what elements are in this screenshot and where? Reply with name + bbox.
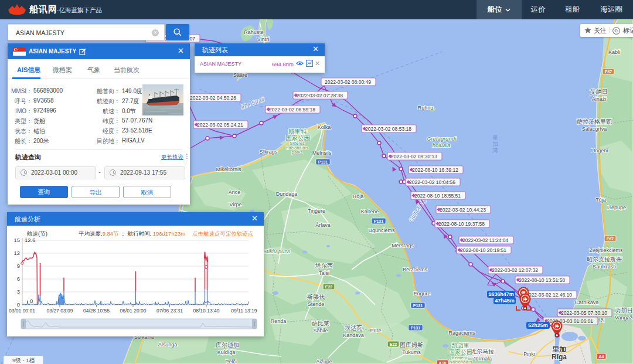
svg-text:尤尔马拉: 尤尔马拉 [471, 348, 494, 355]
svg-text:Kuldīga: Kuldīga [217, 349, 236, 355]
svg-text:Talsi: Talsi [319, 270, 329, 276]
svg-text:03/01 00:01: 03/01 00:01 [9, 308, 35, 314]
svg-text:2022-03-02 10:44:23: 2022-03-02 10:44:23 [440, 207, 486, 213]
svg-text:2022-08-10 13:51:58: 2022-08-10 13:51:58 [519, 277, 565, 283]
svg-text:Vintri: Vintri [257, 36, 269, 42]
svg-text:2022-08-10 18:55:51: 2022-08-10 18:55:51 [414, 193, 461, 199]
svg-text:斯滕代: 斯滕代 [307, 294, 325, 300]
svg-text:万加日: 万加日 [615, 307, 633, 314]
svg-text:Dundaga: Dundaga [276, 191, 298, 197]
svg-text:Mērsrags: Mērsrags [392, 243, 414, 249]
svg-text:塔尔西: 塔尔西 [315, 263, 333, 269]
svg-text:Kolka: Kolka [318, 124, 331, 130]
svg-text:Sīkrags: Sīkrags [260, 149, 278, 155]
svg-text:2022-03-02 05:24:21: 2022-03-02 05:24:21 [197, 122, 243, 128]
svg-text:hoiuala: hoiuala [433, 142, 451, 148]
svg-text:Ungeni: Ungeni [591, 148, 608, 154]
svg-text:Pelči: Pelči [225, 359, 237, 364]
svg-text:Ruhnu: Ruhnu [418, 105, 434, 111]
svg-text:Engure: Engure [413, 291, 430, 297]
svg-text:A10: A10 [439, 361, 447, 364]
svg-text:0: 0 [17, 301, 20, 308]
svg-text:Stende: Stende [308, 301, 325, 307]
svg-text:2022-03-02 10:04:56: 2022-03-02 10:04:56 [409, 179, 455, 185]
svg-text:2022-08-10 16:39:12: 2022-08-10 16:39:12 [412, 167, 458, 173]
svg-text:Virpe: Virpe [230, 202, 242, 207]
svg-text:2022-03-02 07:28:38: 2022-03-02 07:28:38 [297, 93, 343, 98]
svg-text:Piņķi: Piņķi [523, 351, 535, 357]
svg-text:P131: P131 [411, 326, 420, 330]
svg-text:08/10 13:40: 08/10 13:40 [193, 308, 220, 314]
svg-text:Rīga: Rīga [552, 353, 567, 361]
svg-text:parks: parks [292, 149, 303, 155]
svg-text:P131: P131 [374, 219, 383, 223]
svg-text:2022-08-10 19:37:58: 2022-08-10 19:37:58 [438, 221, 485, 227]
svg-text:Jūrmala: Jūrmala [473, 356, 492, 362]
svg-text:E22: E22 [325, 285, 333, 289]
svg-text:Gretagrundi: Gretagrundi [427, 135, 457, 142]
svg-text:Sabile: Sabile [313, 328, 328, 334]
svg-text:国家公园: 国家公园 [449, 349, 472, 355]
svg-text:Renda: Renda [271, 318, 287, 324]
svg-text:Tiņģere: Tiņģere [308, 208, 325, 214]
svg-text:Tukums: Tukums [402, 349, 421, 355]
svg-text:03/27 03:09: 03/27 03:09 [47, 308, 73, 314]
svg-text:Kandava: Kandava [343, 332, 364, 338]
svg-text:Nacionālais: Nacionālais [450, 359, 472, 364]
svg-text:里加: 里加 [552, 345, 566, 353]
svg-text:2022-03-02 11:24:04: 2022-03-02 11:24:04 [462, 237, 509, 243]
svg-text:Sääre: Sääre [233, 72, 247, 78]
svg-text:停: 停 [523, 297, 528, 302]
svg-text:坎达瓦: 坎达瓦 [345, 325, 362, 331]
svg-text:2022-03-02 08:00:49: 2022-03-02 08:00:49 [325, 79, 371, 85]
svg-text:萨比莱: 萨比莱 [312, 320, 329, 326]
svg-text:2022-08-10 20:19:51: 2022-08-10 20:19:51 [460, 247, 506, 253]
svg-text:9: 9 [17, 263, 20, 269]
svg-text:Alsunga: Alsunga [158, 342, 178, 348]
svg-text:47h45m: 47h45m [495, 298, 515, 304]
svg-text:Aizupe: Aizupe [316, 359, 332, 364]
svg-text:6: 6 [17, 275, 20, 282]
svg-text:2022-03-02 06:59:18: 2022-03-02 06:59:18 [269, 107, 315, 113]
svg-text:Melnsils: Melnsils [312, 150, 332, 156]
svg-text:凯迈里: 凯迈里 [452, 342, 469, 349]
svg-text:Carnikava: Carnikava [575, 300, 599, 305]
svg-text:Ance: Ance [229, 189, 241, 195]
svg-text:E67: E67 [607, 237, 614, 241]
svg-text:库尔迪加: 库尔迪加 [216, 342, 239, 348]
svg-text:萨拉茨格里瓦: 萨拉茨格里瓦 [577, 118, 612, 125]
svg-text:Stiklu purvi: Stiklu purvi [263, 248, 291, 254]
svg-text:3: 3 [17, 288, 20, 295]
svg-text:2022-03-02 04:50:28: 2022-03-02 04:50:28 [190, 95, 236, 101]
svg-text:Rahuste: Rahuste [244, 29, 264, 35]
svg-text:Kabli: Kabli [608, 49, 620, 55]
svg-text:P131: P131 [413, 304, 423, 308]
svg-text:Liepupe: Liepupe [607, 205, 626, 210]
svg-text:Saulkrasti: Saulkrasti [593, 264, 616, 270]
svg-text:Ragaciems: Ragaciems [448, 330, 475, 336]
svg-text:Mikeltornis: Mikeltornis [216, 166, 241, 172]
svg-text:图库姆斯: 图库姆斯 [400, 342, 423, 348]
svg-text:里加湾: 里加湾 [492, 134, 498, 154]
svg-text:Ugunciems: Ugunciems [368, 227, 395, 233]
svg-text:Ārlava: Ārlava [315, 222, 331, 228]
svg-text:52h25m: 52h25m [528, 322, 548, 328]
svg-text:Pūre: Pūre [370, 328, 381, 334]
svg-text:艾纳日: 艾纳日 [590, 89, 608, 95]
svg-text:15: 15 [13, 237, 20, 243]
svg-text:Bērzciems: Bērzciems [403, 267, 428, 273]
svg-text:Zvejniekciems: Zvejniekciems [589, 247, 623, 253]
svg-text:停: 停 [554, 324, 559, 329]
svg-text:Vangaži: Vangaži [615, 315, 633, 321]
svg-text:P131: P131 [318, 160, 328, 164]
svg-text:2022-03-02 08:53:18: 2022-03-02 08:53:18 [365, 126, 411, 132]
svg-text:04/28 10:55: 04/28 10:55 [83, 308, 110, 314]
svg-text:Kaltene: Kaltene [361, 209, 379, 215]
svg-text:A4: A4 [599, 355, 604, 359]
svg-text:0: 0 [30, 298, 33, 304]
svg-text:Salacgrīva: Salacgrīva [582, 126, 607, 132]
svg-text:2022-03-02 09:30:13: 2022-03-02 09:30:13 [391, 154, 437, 159]
svg-text:Roja: Roja [353, 193, 364, 199]
svg-text:06/01 20:00: 06/01 20:00 [120, 308, 147, 314]
svg-text:E67: E67 [605, 70, 612, 74]
